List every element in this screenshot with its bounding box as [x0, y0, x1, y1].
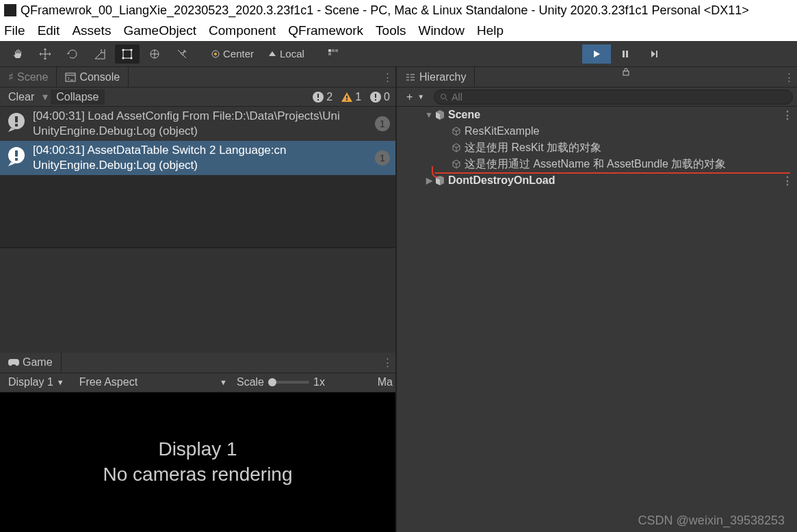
- panel-menu-button[interactable]: ⋮: [379, 67, 395, 87]
- game-no-camera-msg: Display 1 No cameras rendering: [103, 437, 292, 487]
- svg-rect-24: [15, 116, 18, 122]
- custom-tool-button[interactable]: [170, 44, 194, 64]
- console-entry[interactable]: [04:00:31] Load AssetConfig From File:D:…: [0, 107, 395, 141]
- handle-toggle-button[interactable]: Local: [262, 44, 310, 64]
- expand-toggle-icon[interactable]: ▶: [424, 176, 434, 185]
- svg-rect-18: [346, 96, 348, 98]
- gameobject-row[interactable]: 这是使用通过 AssetName 和 AssetBundle 加载的对象: [397, 156, 797, 172]
- maximize-label[interactable]: Ma: [378, 376, 393, 388]
- unity-logo-icon: [4, 4, 16, 16]
- info-bubble-icon: [5, 111, 27, 133]
- menu-assets[interactable]: Assets: [72, 23, 111, 38]
- panel-menu-button[interactable]: ⋮: [379, 353, 395, 373]
- expand-toggle-icon[interactable]: ▼: [424, 110, 434, 120]
- menubar: File Edit Assets GameObject Component QF…: [0, 21, 797, 41]
- move-tool-button[interactable]: [33, 44, 57, 64]
- scale-tool-button[interactable]: [88, 44, 112, 64]
- hierarchy-tree[interactable]: ▼ Scene ⋮ ResKitExample 这是使用 ResKit 加载的对…: [397, 107, 797, 532]
- svg-rect-29: [623, 71, 629, 75]
- svg-point-1: [122, 49, 125, 51]
- tab-scene[interactable]: ♯Scene: [0, 67, 57, 87]
- console-icon: [65, 72, 76, 83]
- step-button[interactable]: [640, 44, 668, 64]
- svg-rect-17: [317, 99, 319, 101]
- chevron-down-icon: ▼: [417, 93, 424, 101]
- scene-row[interactable]: ▼ Scene ⋮: [397, 107, 797, 123]
- hierarchy-icon: [405, 72, 416, 82]
- game-view: Display 1 No cameras rendering: [0, 393, 395, 533]
- main-toolbar: Center Local: [0, 41, 797, 67]
- scale-slider[interactable]: [268, 381, 309, 384]
- collapse-button[interactable]: Collapse: [51, 90, 104, 105]
- chevron-down-icon: ▼: [57, 378, 64, 386]
- scene-row[interactable]: ▶ DontDestroyOnLoad ⋮: [397, 172, 797, 189]
- scale-label: Scale: [237, 376, 264, 388]
- svg-rect-25: [15, 124, 18, 127]
- svg-point-4: [131, 57, 133, 59]
- create-dropdown-button[interactable]: +▼: [401, 90, 430, 105]
- clear-dropdown-icon[interactable]: ▾: [42, 90, 48, 103]
- svg-rect-16: [317, 94, 319, 98]
- menu-help[interactable]: Help: [477, 23, 504, 38]
- lock-icon[interactable]: [621, 67, 631, 87]
- console-entry[interactable]: [04:00:31] AssetDataTable Switch 2 Langu…: [0, 141, 395, 175]
- pause-button[interactable]: [611, 44, 640, 64]
- left-tabs: ♯Scene Console ⋮: [0, 67, 395, 88]
- row-menu-button[interactable]: ⋮: [782, 109, 793, 122]
- search-icon: [440, 93, 448, 101]
- play-button[interactable]: [582, 44, 611, 64]
- error-exclaim-icon: [312, 91, 324, 103]
- hierarchy-search-input[interactable]: All: [434, 90, 793, 105]
- panel-menu-button[interactable]: ⋮: [781, 67, 797, 87]
- tab-hierarchy[interactable]: Hierarchy: [397, 67, 475, 87]
- cube-outline-icon: [450, 143, 462, 152]
- info-count-toggle[interactable]: 0: [367, 90, 393, 105]
- console-entries[interactable]: [04:00:31] Load AssetConfig From File:D:…: [0, 107, 395, 247]
- hierarchy-toolbar: +▼ All: [397, 88, 797, 107]
- menu-component[interactable]: Component: [209, 23, 276, 38]
- svg-rect-19: [346, 99, 348, 101]
- tab-console[interactable]: Console: [57, 67, 129, 87]
- menu-edit[interactable]: Edit: [38, 23, 60, 38]
- error-count-toggle[interactable]: 2: [309, 90, 335, 105]
- menu-window[interactable]: Window: [418, 23, 465, 38]
- info-bubble-icon: [5, 146, 27, 168]
- gameobject-row[interactable]: 这是使用 ResKit 加载的对象: [397, 139, 797, 156]
- rect-tool-button[interactable]: [115, 44, 140, 64]
- cube-outline-icon: [450, 159, 462, 169]
- svg-rect-0: [123, 50, 131, 58]
- unity-scene-icon: [434, 175, 446, 186]
- svg-rect-10: [335, 49, 338, 52]
- window-title: QFramewrok_00_LiangXie_20230523_2020.3.2…: [21, 3, 749, 18]
- console-detail-panel: [0, 247, 395, 353]
- menu-qframework[interactable]: QFramework: [288, 23, 363, 38]
- rotate-tool-button[interactable]: [60, 44, 85, 64]
- menu-file[interactable]: File: [4, 23, 25, 38]
- snap-button[interactable]: [321, 44, 345, 64]
- warning-count-toggle[interactable]: 1: [338, 90, 364, 105]
- pivot-toggle-button[interactable]: Center: [205, 44, 259, 64]
- watermark-text: CSDN @weixin_39538253: [638, 514, 785, 528]
- tab-game[interactable]: Game: [0, 353, 62, 373]
- display-dropdown[interactable]: Display 1▼: [3, 375, 70, 390]
- hand-tool-button[interactable]: [5, 44, 30, 64]
- svg-rect-28: [15, 158, 18, 161]
- gameobject-row[interactable]: ResKitExample: [397, 123, 797, 139]
- menu-gameobject[interactable]: GameObject: [123, 23, 196, 38]
- log-count-badge: 1: [375, 116, 390, 131]
- row-menu-button[interactable]: ⋮: [782, 174, 793, 187]
- game-toolbar: Display 1▼ Free Aspect▼ Scale 1x Ma: [0, 373, 395, 393]
- info-bubble-icon: [369, 91, 382, 103]
- console-toolbar: Clear ▾ Collapse 2 1 0: [0, 88, 395, 107]
- log-msg-line2: UnityEngine.Debug:Log (object): [33, 124, 369, 139]
- aspect-dropdown[interactable]: Free Aspect▼: [74, 375, 233, 390]
- svg-rect-9: [332, 49, 335, 52]
- svg-rect-27: [15, 150, 18, 157]
- window-titlebar: QFramewrok_00_LiangXie_20230523_2020.3.2…: [0, 0, 797, 21]
- svg-point-2: [131, 49, 133, 51]
- transform-tool-button[interactable]: [142, 44, 167, 64]
- menu-tools[interactable]: Tools: [376, 23, 406, 38]
- clear-button[interactable]: Clear: [3, 90, 40, 105]
- svg-rect-13: [626, 51, 628, 57]
- warning-triangle-icon: [341, 91, 353, 103]
